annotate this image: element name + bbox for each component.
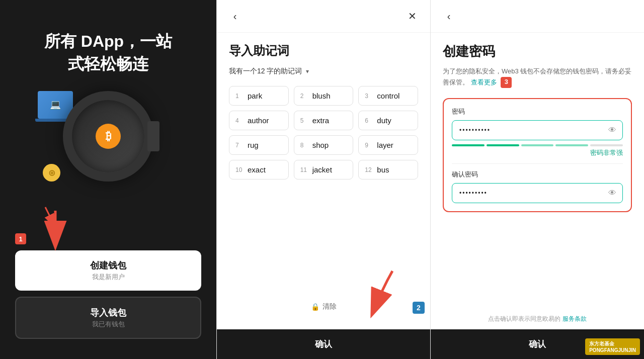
strength-label: 密码非常强 (452, 148, 623, 157)
seed-word-item[interactable]: 10exact (229, 160, 289, 180)
panel3-content: 创建密码 为了您的隐私安全，Web3 钱包不会存储您的钱包密码，请务必妥善保管。… (431, 33, 644, 309)
clear-button[interactable]: 🔒 清除 (307, 298, 341, 315)
word-number: 8 (300, 142, 308, 149)
password-field-label: 密码 (452, 107, 623, 116)
panel3-back-button[interactable]: ‹ (441, 8, 457, 24)
panel3-confirm-label: 确认 (529, 339, 546, 349)
password-section: 密码 •••••••••• 👁 密码非常强 确认密码 ••••••••• 👁 (443, 98, 632, 212)
step-badge-1: 1 (15, 233, 26, 244)
word-number: 5 (300, 117, 308, 124)
seed-phrase-panel: ‹ ✕ 导入助记词 我有一个12 字的助记词 ▾ 1park2blush3con… (216, 0, 430, 359)
confirm-eye-icon[interactable]: 👁 (608, 189, 616, 198)
panel2-confirm-label: 确认 (315, 339, 332, 349)
seed-word-item[interactable]: 9layer (358, 135, 418, 155)
word-text: author (248, 116, 269, 125)
clear-label: 清除 (323, 302, 337, 311)
import-wallet-sublabel: 我已有钱包 (92, 320, 125, 329)
seed-type-selector[interactable]: 我有一个12 字的助记词 ▾ (229, 67, 418, 76)
word-number: 2 (300, 93, 308, 100)
word-number: 10 (235, 166, 244, 173)
word-text: bus (377, 165, 389, 174)
intro-panel: 所有 DApp，一站式轻松畅连 💻 ₿ ◎ 1 创建钱包 我是新用 (0, 0, 216, 359)
step-badge-3: 3 (501, 77, 512, 88)
learn-more-link[interactable]: 查看更多 (471, 78, 497, 85)
intro-title: 所有 DApp，一站式轻松畅连 (44, 30, 172, 75)
word-text: park (248, 92, 262, 100)
create-wallet-button[interactable]: 创建钱包 我是新用户 (15, 250, 201, 291)
seed-type-label: 我有一个12 字的助记词 (229, 67, 302, 76)
bitcoin-icon: ₿ (96, 124, 121, 149)
password-value: •••••••••• (459, 127, 491, 134)
word-text: extra (312, 116, 329, 125)
eye-icon[interactable]: 👁 (608, 126, 616, 135)
seed-word-item[interactable]: 8shop (294, 135, 354, 155)
word-text: shop (312, 141, 329, 149)
seed-word-item[interactable]: 4author (229, 111, 289, 130)
section-divider (452, 163, 623, 164)
word-number: 3 (365, 93, 373, 100)
word-text: jacket (312, 165, 332, 174)
word-text: control (377, 92, 399, 100)
seed-word-item[interactable]: 6duty (358, 111, 418, 130)
word-number: 9 (365, 142, 373, 149)
strength-seg-1 (452, 144, 485, 146)
create-wallet-sublabel: 我是新用户 (92, 273, 125, 282)
lock-icon: 🔒 (311, 303, 319, 311)
confirm-password-input[interactable]: ••••••••• 👁 (452, 183, 623, 203)
seed-word-item[interactable]: 11jacket (294, 160, 354, 180)
import-wallet-button[interactable]: 导入钱包 我已有钱包 (15, 297, 201, 339)
coin-icon: ◎ (43, 164, 60, 182)
password-strength-bar (452, 144, 623, 146)
strength-seg-2 (487, 144, 519, 146)
seed-word-item[interactable]: 12bus (358, 160, 418, 180)
word-number: 12 (365, 166, 373, 173)
panel2-header: ‹ ✕ (217, 0, 430, 33)
panel3-title: 创建密码 (443, 43, 632, 60)
close-button[interactable]: ✕ (404, 8, 420, 24)
terms-link[interactable]: 服务条款 (562, 315, 587, 322)
create-password-panel: ‹ 创建密码 为了您的隐私安全，Web3 钱包不会存储您的钱包密码，请务必妥善保… (430, 0, 644, 359)
watermark: 东方老基金PONGFANGJUNJIN (585, 338, 640, 355)
strength-seg-3 (521, 144, 554, 146)
panel3-header: ‹ (431, 0, 644, 33)
terms-text: 点击确认即表示同意欧易的 服务条款 (431, 309, 644, 329)
smartwatch-ring: ₿ (63, 91, 153, 182)
seed-word-item[interactable]: 5extra (294, 111, 354, 130)
action-buttons: 1 创建钱包 我是新用户 导入钱包 我已有钱包 (15, 197, 201, 339)
password-input[interactable]: •••••••••• 👁 (452, 120, 623, 140)
word-text: exact (248, 165, 266, 174)
word-text: blush (312, 92, 331, 100)
chevron-down-icon: ▾ (306, 68, 309, 75)
word-number: 4 (235, 117, 244, 124)
seed-word-item[interactable]: 3control (358, 86, 418, 106)
create-wallet-label: 创建钱包 (90, 259, 126, 272)
back-button[interactable]: ‹ (227, 8, 243, 24)
word-number: 6 (365, 117, 373, 124)
panel2-title: 导入助记词 (229, 43, 418, 59)
laptop-icon: 💻 (38, 91, 73, 119)
seed-word-grid: 1park2blush3control4author5extra6duty7ru… (229, 86, 418, 180)
confirm-password-value: ••••••••• (459, 190, 488, 197)
strength-seg-4 (555, 144, 588, 146)
panel2-content: 导入助记词 我有一个12 字的助记词 ▾ 1park2blush3control… (217, 33, 430, 329)
import-wallet-label: 导入钱包 (90, 307, 126, 319)
seed-word-item[interactable]: 7rug (229, 135, 289, 155)
word-text: duty (377, 116, 391, 125)
word-text: layer (377, 141, 393, 149)
panel2-confirm-button[interactable]: 确认 (217, 329, 430, 359)
seed-word-item[interactable]: 2blush (294, 86, 354, 106)
word-number: 11 (300, 166, 308, 173)
seed-word-item[interactable]: 1park (229, 86, 289, 106)
confirm-password-label: 确认密码 (452, 170, 623, 179)
illustration: 💻 ₿ ◎ (33, 81, 184, 192)
word-text: rug (248, 141, 259, 149)
word-number: 1 (235, 93, 244, 100)
panel3-desc: 为了您的隐私安全，Web3 钱包不会存储您的钱包密码，请务必妥善保管。 查看更多… (443, 66, 632, 88)
word-number: 7 (235, 142, 244, 149)
strength-seg-5 (590, 144, 623, 146)
arrow-1-indicator (35, 202, 75, 232)
